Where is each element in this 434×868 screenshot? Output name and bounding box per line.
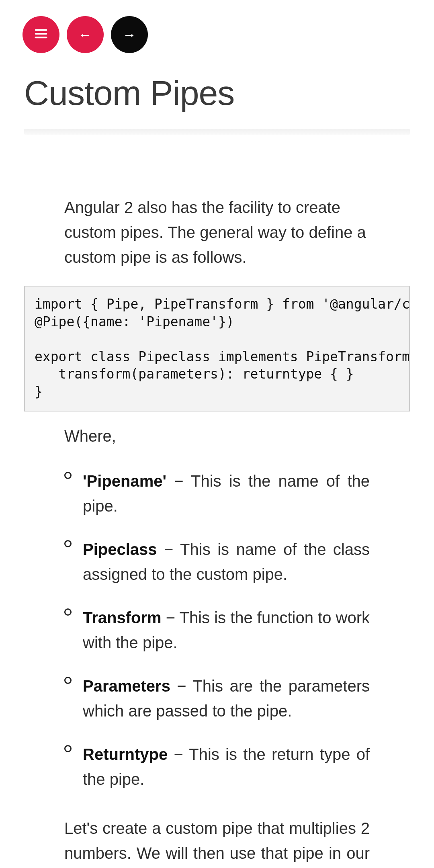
bullet-icon xyxy=(64,608,72,616)
list-item: Pipeclass − This is name of the class as… xyxy=(64,537,370,587)
definition-list: 'Pipename' − This is the name of the pip… xyxy=(64,469,370,792)
term: 'Pipename' xyxy=(83,472,166,490)
term: Transform xyxy=(83,609,162,626)
list-item: Transform − This is the function to work… xyxy=(64,605,370,655)
term: Returntype xyxy=(83,745,168,763)
page-title: Custom Pipes xyxy=(24,73,434,113)
arrow-right-icon: → xyxy=(123,28,136,41)
title-underline xyxy=(24,129,410,135)
outro-paragraph: Let's create a custom pipe that multipli… xyxy=(64,816,370,868)
where-label: Where, xyxy=(64,424,370,448)
list-item: Parameters − This are the parameters whi… xyxy=(64,674,370,723)
bullet-icon xyxy=(64,677,72,684)
list-item: Returntype − This is the return type of … xyxy=(64,742,370,792)
bullet-icon xyxy=(64,540,72,547)
prev-button[interactable]: ← xyxy=(67,16,104,53)
arrow-left-icon: ← xyxy=(78,28,92,41)
intro-paragraph: Angular 2 also has the facility to creat… xyxy=(64,195,370,270)
bullet-icon xyxy=(64,745,72,752)
term: Parameters xyxy=(83,677,170,695)
hamburger-icon xyxy=(33,26,49,44)
term: Pipeclass xyxy=(83,540,157,558)
menu-button[interactable] xyxy=(23,16,59,53)
list-item: 'Pipename' − This is the name of the pip… xyxy=(64,469,370,518)
bullet-icon xyxy=(64,472,72,479)
next-button[interactable]: → xyxy=(111,16,148,53)
top-nav: ← → xyxy=(0,0,434,53)
code-block: import { Pipe, PipeTransform } from '@an… xyxy=(24,286,410,411)
main-content: Angular 2 also has the facility to creat… xyxy=(24,135,410,868)
